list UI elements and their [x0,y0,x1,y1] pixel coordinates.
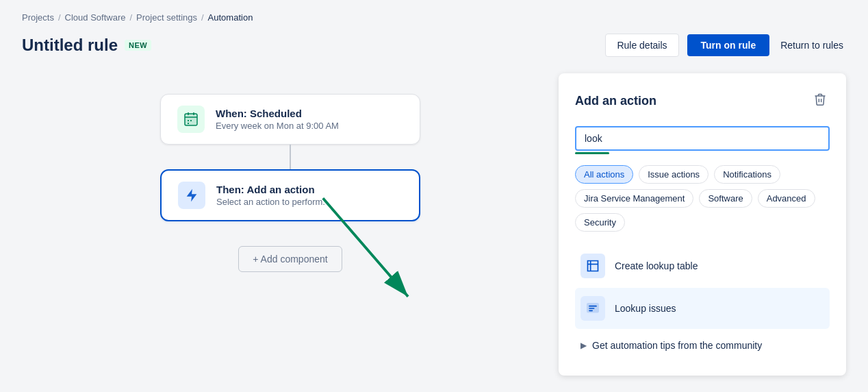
breadcrumb-projects[interactable]: Projects [22,12,54,23]
action-item-lookup-issues[interactable]: Lookup issues [575,288,830,329]
trigger-subtitle: Every week on Mon at 9:00 AM [216,121,339,131]
breadcrumb: Projects / Cloud Software / Project sett… [0,0,868,23]
action-panel: Add an action All actions Issue actions … [559,73,846,376]
svg-rect-2 [188,112,189,115]
filter-software[interactable]: Software [699,189,752,208]
filter-advanced[interactable]: Advanced [758,189,815,208]
svg-rect-6 [190,120,192,121]
filter-jira-service[interactable]: Jira Service Management [575,189,693,208]
lookup-issues-icon [580,296,605,321]
community-tip-label: Get automation tips from the community [592,340,762,351]
new-badge: NEW [125,40,151,51]
svg-rect-7 [188,123,189,124]
breadcrumb-project-settings[interactable]: Project settings [136,12,197,23]
search-input[interactable] [575,126,830,151]
return-to-rules-button[interactable]: Return to rules [778,34,846,56]
create-lookup-label: Create lookup table [615,260,698,271]
rule-details-button[interactable]: Rule details [605,34,678,57]
breadcrumb-cloud-software[interactable]: Cloud Software [65,12,126,23]
svg-rect-3 [193,112,194,115]
page-title: Untitled rule [22,36,118,55]
svg-rect-5 [188,120,189,121]
filter-issue-actions[interactable]: Issue actions [639,165,709,184]
svg-rect-12 [589,306,597,307]
canvas-area: When: Scheduled Every week on Mon at 9:0… [22,73,559,376]
turn-on-rule-button[interactable]: Turn on rule [687,34,770,56]
lookup-issues-label: Lookup issues [615,303,676,314]
action-panel-title: Add an action [575,94,656,108]
filter-notifications[interactable]: Notifications [714,165,780,184]
filter-tags: All actions Issue actions Notifications … [575,165,830,232]
delete-button[interactable] [810,90,830,112]
scheduled-icon [177,106,205,133]
search-underline [575,152,609,154]
filter-all-actions[interactable]: All actions [575,165,633,184]
svg-marker-8 [187,189,197,201]
action-card[interactable]: Then: Add an action Select an action to … [160,169,420,221]
svg-rect-13 [589,308,594,309]
svg-rect-0 [185,114,197,125]
svg-rect-14 [589,310,593,312]
add-component-button[interactable]: + Add component [238,246,342,272]
filter-security[interactable]: Security [575,213,625,232]
community-tip[interactable]: ▶ Get automation tips from the community [575,332,830,359]
breadcrumb-automation: Automation [208,12,253,23]
chevron-right-icon: ▶ [580,341,587,350]
action-bolt-icon [178,182,205,209]
create-lookup-icon [580,254,605,278]
trigger-title: When: Scheduled [216,108,339,119]
main-content: When: Scheduled Every week on Mon at 9:0… [0,73,868,376]
action-list: Create lookup table Lookup issues [575,245,830,329]
page-header: Untitled rule NEW Rule details Turn on r… [0,23,868,73]
trigger-card[interactable]: When: Scheduled Every week on Mon at 9:0… [160,94,420,145]
connector-line [290,145,291,169]
action-title: Then: Add an action [216,184,325,195]
search-input-wrap [575,126,830,154]
action-subtitle: Select an action to perform. [216,197,325,207]
action-item-create-lookup[interactable]: Create lookup table [575,245,830,286]
